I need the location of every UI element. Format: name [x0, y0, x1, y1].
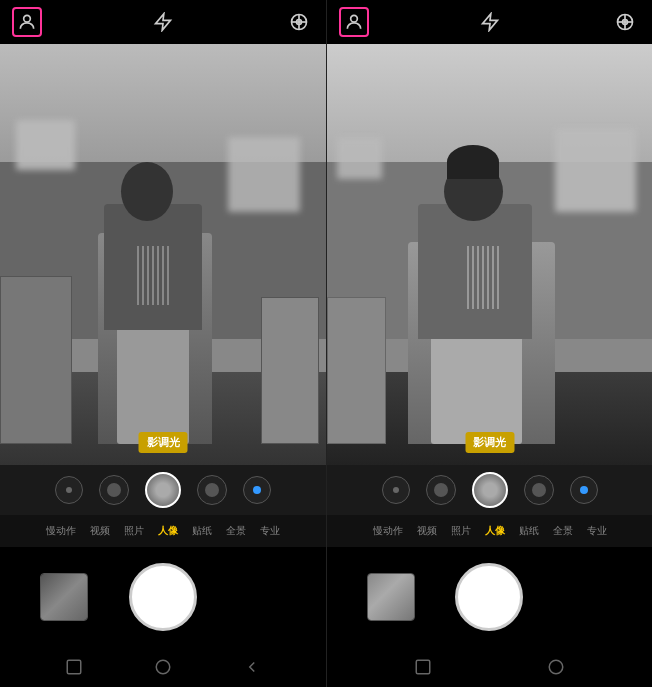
svg-rect-6 [68, 660, 82, 674]
square-nav-left[interactable] [62, 655, 86, 679]
mode-portrait-left[interactable]: 人像 [151, 524, 185, 538]
face-icon-left[interactable] [12, 7, 42, 37]
filmtone-badge-right: 影调光 [465, 432, 514, 453]
filter-btn-1-left[interactable] [99, 475, 129, 505]
mode-slow-right[interactable]: 慢动作 [366, 524, 410, 538]
svg-rect-14 [417, 660, 431, 674]
mode-portrait-right[interactable]: 人像 [478, 524, 512, 538]
front-camera-btn-left [238, 573, 286, 621]
mode-panorama-left[interactable]: 全景 [219, 524, 253, 538]
filter-row-left [0, 465, 326, 515]
mode-row-right: 慢动作 视频 照片 人像 贴纸 全景 专业 [327, 515, 652, 547]
circle-nav-right[interactable] [544, 655, 568, 679]
bottom-controls-left [0, 547, 326, 647]
filter-btn-3-right[interactable] [524, 475, 554, 505]
flash-icon-right[interactable] [475, 7, 505, 37]
filter-btn-4-right[interactable] [570, 476, 598, 504]
settings-icon-left[interactable] [284, 7, 314, 37]
shutter-btn-left[interactable] [129, 563, 197, 631]
square-nav-right[interactable] [411, 655, 435, 679]
phone-panel-right: 影调光 慢动作 视频 照片 人像 贴纸 全景 专业 [326, 0, 652, 687]
svg-point-15 [549, 660, 563, 674]
phone-panel-left: 影调光 慢动作 视频 照片 人像 贴纸 全景 专业 [0, 0, 326, 687]
mode-sticker-right[interactable]: 贴纸 [512, 524, 546, 538]
mode-photo-left[interactable]: 照片 [117, 524, 151, 538]
filter-btn-3-left[interactable] [197, 475, 227, 505]
flash-icon-left[interactable] [148, 7, 178, 37]
mode-pro-left[interactable]: 专业 [253, 524, 287, 538]
filter-btn-0-right[interactable] [382, 476, 410, 504]
bottom-controls-right [327, 547, 652, 647]
svg-point-7 [156, 660, 170, 674]
svg-marker-9 [482, 14, 497, 31]
mode-row-left: 慢动作 视频 照片 人像 贴纸 全景 专业 [0, 515, 326, 547]
mode-photo-right[interactable]: 照片 [444, 524, 478, 538]
nav-bar-right [327, 647, 652, 687]
filter-btn-1-right[interactable] [426, 475, 456, 505]
viewfinder-left[interactable]: 影调光 [0, 44, 326, 465]
top-bar-right [327, 0, 652, 44]
settings-icon-right[interactable] [610, 7, 640, 37]
thumbnail-right[interactable] [367, 573, 415, 621]
svg-marker-1 [156, 14, 171, 31]
shutter-btn-right[interactable] [455, 563, 523, 631]
filter-btn-4-left[interactable] [243, 476, 271, 504]
mode-slow-left[interactable]: 慢动作 [39, 524, 83, 538]
filmtone-badge-left: 影调光 [139, 432, 188, 453]
mode-panorama-right[interactable]: 全景 [546, 524, 580, 538]
viewfinder-right[interactable]: 影调光 [327, 44, 652, 465]
front-camera-btn-right [564, 573, 612, 621]
mode-pro-right[interactable]: 专业 [580, 524, 614, 538]
svg-point-8 [351, 15, 358, 22]
filter-btn-0-left[interactable] [55, 476, 83, 504]
filter-row-right [327, 465, 652, 515]
filter-btn-2-left[interactable] [145, 472, 181, 508]
back-nav-left[interactable] [240, 655, 264, 679]
mode-sticker-left[interactable]: 贴纸 [185, 524, 219, 538]
nav-bar-left [0, 647, 326, 687]
mode-video-right[interactable]: 视频 [410, 524, 444, 538]
thumbnail-left[interactable] [40, 573, 88, 621]
face-icon-right[interactable] [339, 7, 369, 37]
circle-nav-left[interactable] [151, 655, 175, 679]
mode-video-left[interactable]: 视频 [83, 524, 117, 538]
filter-btn-2-right[interactable] [472, 472, 508, 508]
top-bar-left [0, 0, 326, 44]
svg-point-0 [24, 15, 31, 22]
